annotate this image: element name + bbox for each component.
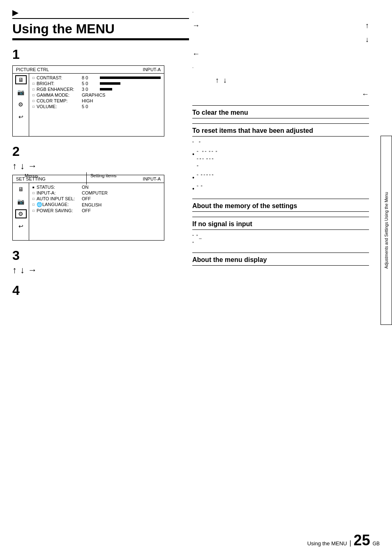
menu-header-1: PICTURE CTRL INPUT-A	[13, 66, 164, 74]
menu-row-contrast: □ CONTRAST: 8 0	[32, 75, 161, 80]
menu2-row-auto: □ AUTO INPUT SEL: OFF	[32, 196, 161, 201]
step-2-number: 2	[12, 144, 189, 159]
right-arrow-icon: →	[28, 161, 37, 171]
top-nav-area: · → ↑ ↓ ← · ↑ ↓	[192, 8, 369, 101]
down-arrow-icon: ↓	[20, 161, 25, 171]
divider-signal	[192, 217, 369, 217]
arrow-row-1: → ↑	[192, 19, 369, 32]
footer-number: 25	[354, 533, 370, 548]
bullet-dot-2: ·	[192, 65, 194, 70]
left-arrow-icon-2: ←	[362, 88, 369, 101]
section-title-display: About the menu display	[192, 256, 369, 266]
right-arrow-icon-2: →	[192, 19, 200, 32]
bullet-item-3: • “ ”	[192, 184, 369, 193]
menu-content-col-1: □ CONTRAST: 8 0 □ BRIGHT: 5 0 □	[29, 74, 164, 136]
divider-reset	[192, 123, 369, 124]
step-1-number: 1	[12, 47, 189, 62]
footer-label: Using the MENU	[307, 540, 347, 547]
menu-icons-col-2: 🖥 📷 ⚙ ↩	[13, 183, 29, 240]
step-1-section: 1 PICTURE CTRL INPUT-A 🖥 📷 ⚙ ↩	[12, 47, 189, 137]
right-column: · → ↑ ↓ ← · ↑ ↓	[192, 8, 369, 271]
arrow-row-2: ↓	[192, 33, 369, 46]
bullet-1-dot: •	[192, 150, 194, 159]
step3-up-arrow: ↑	[12, 265, 17, 276]
left-column: ▶ Using the MENU 1 PICTURE CTRL INPUT-A …	[12, 8, 189, 306]
menu-row-gamma: □ GAMMA MODE: GRAPHICS	[32, 93, 161, 97]
menu-body-2: 🖥 📷 ⚙ ↩ ■ STATUS: ON □ INPUT-A:	[13, 183, 164, 240]
footer-suffix: GB	[373, 541, 380, 547]
menu2-icon-set: ⚙	[15, 209, 27, 218]
menu-mockup-2: SET SETTING INPUT-A 🖥 📷 ⚙ ↩ ■ STATUS:	[12, 175, 164, 241]
section-body-reset: “ ” • “ ” “ ” “ ”“ ” “ ” “ ”” • “ ” “ ” …	[192, 140, 369, 194]
menu2-row-power: □ POWER SAVING: OFF	[32, 208, 161, 213]
menu-row-color: □ COLOR TEMP: HIGH	[32, 98, 161, 103]
left-arrow-icon-1: ←	[192, 47, 200, 60]
arrow-row-5: ←	[192, 88, 369, 101]
sidebar-tab-text: Adjustments and Settings Using the Menu	[384, 192, 389, 269]
page-footer: Using the MENU | 25 GB	[307, 533, 380, 548]
menu2-icon-picture: 🖥	[15, 185, 27, 194]
divider-clear	[192, 105, 369, 106]
up-arrow-icon: ↑	[12, 161, 17, 171]
section-body-signal: “ ” _ ”	[192, 233, 369, 248]
page-title: Using the MENU	[12, 18, 189, 40]
bullet-1-text: “ ” “ ” “ ”“ ” “ ” “ ””	[197, 149, 217, 171]
divider-display	[192, 253, 369, 253]
section-title-signal: If no signal is input	[192, 220, 369, 230]
menu2-row-lang: □ 🌐LANGUAGE: ENGLISH	[32, 202, 161, 207]
menu-row-rgb: □ RGB ENHANCER: 3 0	[32, 87, 161, 92]
section-title-reset: To reset items that have been adjusted	[192, 127, 369, 137]
step-4-section: 4	[12, 283, 189, 298]
bullet-2-dot: •	[192, 173, 194, 182]
step-4-number: 4	[12, 283, 189, 298]
up-arrow-icon-3: ↑	[215, 74, 219, 87]
menu-icon-set: ⚙	[15, 100, 27, 109]
menu-icon-screen: 📷	[15, 88, 27, 97]
down-arrow-icon-2: ↓	[365, 33, 369, 46]
menu2-header-right: INPUT-A	[143, 176, 161, 181]
menu2-row-status: ■ STATUS: ON	[32, 185, 161, 190]
sidebar-tab: Adjustments and Settings Using the Menu	[380, 136, 392, 325]
menu2-icon-power: ↩	[15, 222, 27, 231]
menu2-icon-screen: 📷	[15, 197, 27, 206]
menu-row-volume: □ VOLUME: 5 0	[32, 104, 161, 109]
menu-mockup-1: PICTURE CTRL INPUT-A 🖥 📷 ⚙ ↩ □ CONTRAST:	[12, 65, 164, 137]
step-2-arrows: ↑ ↓ →	[12, 161, 189, 171]
footer-divider: |	[349, 540, 351, 547]
step3-down-arrow: ↓	[20, 265, 25, 276]
menu-divider	[86, 172, 87, 185]
menu-header-left: PICTURE CTRL	[16, 67, 49, 72]
section-title-memory: About the memory of the settings	[192, 202, 369, 212]
arrow-row-3: ←	[192, 47, 369, 60]
menu2-row-input: □ INPUT-A: COMPUTER	[32, 190, 161, 195]
step-2-section: 2 ↑ ↓ → Menus Setting items SET SETTING …	[12, 144, 189, 241]
section-title-clear: To clear the menu	[192, 109, 369, 118]
down-arrow-icon-3: ↓	[223, 74, 227, 87]
step-3-number: 3	[12, 248, 189, 263]
step-3-arrows: ↑ ↓ →	[12, 265, 189, 276]
up-arrow-icon-2: ↑	[365, 19, 369, 32]
top-arrow-icon: ▶	[12, 8, 189, 17]
menus-label: Menus	[25, 173, 38, 178]
menu-row-bright: □ BRIGHT: 5 0	[32, 81, 161, 86]
divider-memory	[192, 199, 369, 199]
setting-items-label: Setting items	[90, 173, 117, 178]
bullet-item-2: • “ ” “ ” “ ”	[192, 173, 369, 182]
step3-right-arrow: →	[28, 265, 37, 276]
bullet-3-text: “ ”	[197, 184, 202, 191]
arrow-row-4: ↑ ↓	[192, 74, 369, 87]
bullet-dot-1: ·	[192, 9, 194, 14]
menu-body-1: 🖥 📷 ⚙ ↩ □ CONTRAST: 8 0 □	[13, 74, 164, 136]
bullet-item-1: • “ ” “ ” “ ”“ ” “ ” “ ””	[192, 149, 369, 171]
menu-icon-power: ↩	[15, 112, 27, 121]
menu-content-col-2: ■ STATUS: ON □ INPUT-A: COMPUTER □ AUTO …	[29, 183, 164, 240]
step-3-section: 3 ↑ ↓ →	[12, 248, 189, 276]
page: ▶ Using the MENU 1 PICTURE CTRL INPUT-A …	[0, 0, 392, 556]
bullet-3-dot: •	[192, 184, 194, 193]
menu-icons-col-1: 🖥 📷 ⚙ ↩	[13, 74, 29, 136]
menu-icon-picture: 🖥	[15, 75, 27, 84]
menu-header-right: INPUT-A	[143, 67, 161, 72]
bullet-2-text: “ ” “ ” “ ”	[197, 173, 213, 180]
